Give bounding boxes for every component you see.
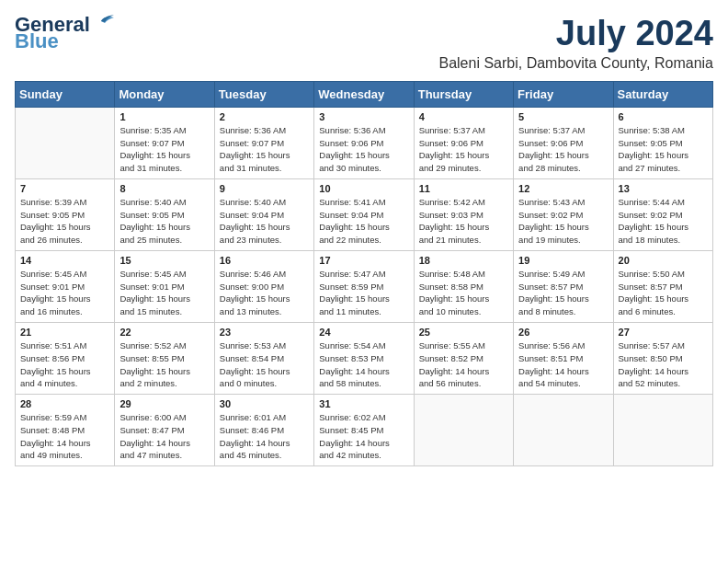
day-number: 12	[518, 183, 608, 194]
day-number: 20	[619, 255, 708, 266]
day-number: 2	[220, 111, 309, 122]
day-number: 10	[319, 183, 408, 194]
day-info: Sunrise: 5:41 AM Sunset: 9:04 PM Dayligh…	[319, 196, 408, 247]
weekday-header-friday: Friday	[514, 81, 613, 107]
weekday-header-saturday: Saturday	[613, 81, 712, 107]
calendar-cell: 18Sunrise: 5:48 AM Sunset: 8:58 PM Dayli…	[414, 250, 513, 322]
calendar-cell	[613, 395, 712, 466]
day-number: 18	[419, 255, 508, 266]
calendar-cell: 28Sunrise: 5:59 AM Sunset: 8:48 PM Dayli…	[16, 395, 115, 466]
logo: General Blue	[15, 15, 116, 52]
calendar-header-row: SundayMondayTuesdayWednesdayThursdayFrid…	[16, 81, 713, 107]
calendar-cell: 24Sunrise: 5:54 AM Sunset: 8:53 PM Dayli…	[314, 322, 414, 394]
day-number: 13	[619, 183, 708, 194]
location-subtitle: Baleni Sarbi, Dambovita County, Romania	[438, 55, 713, 72]
calendar-cell: 25Sunrise: 5:55 AM Sunset: 8:52 PM Dayli…	[414, 322, 513, 394]
calendar-cell: 23Sunrise: 5:53 AM Sunset: 8:54 PM Dayli…	[214, 322, 313, 394]
day-info: Sunrise: 5:48 AM Sunset: 8:58 PM Dayligh…	[419, 268, 508, 318]
calendar-cell: 27Sunrise: 5:57 AM Sunset: 8:50 PM Dayli…	[613, 322, 712, 394]
day-number: 22	[119, 327, 209, 338]
calendar-cell: 9Sunrise: 5:40 AM Sunset: 9:04 PM Daylig…	[214, 178, 313, 250]
day-number: 7	[20, 183, 109, 194]
calendar-cell: 20Sunrise: 5:50 AM Sunset: 8:57 PM Dayli…	[613, 250, 712, 322]
calendar-cell	[514, 395, 613, 466]
day-info: Sunrise: 5:36 AM Sunset: 9:07 PM Dayligh…	[220, 124, 309, 175]
day-number: 26	[518, 327, 608, 338]
calendar-cell: 13Sunrise: 5:44 AM Sunset: 9:02 PM Dayli…	[613, 178, 712, 250]
calendar-cell: 16Sunrise: 5:46 AM Sunset: 9:00 PM Dayli…	[214, 250, 313, 322]
day-number: 8	[119, 183, 209, 194]
day-number: 29	[119, 398, 209, 409]
day-info: Sunrise: 5:37 AM Sunset: 9:06 PM Dayligh…	[518, 124, 608, 175]
day-info: Sunrise: 5:40 AM Sunset: 9:04 PM Dayligh…	[220, 196, 309, 247]
day-number: 15	[119, 255, 209, 266]
calendar-cell: 6Sunrise: 5:38 AM Sunset: 9:05 PM Daylig…	[613, 107, 712, 178]
day-info: Sunrise: 5:43 AM Sunset: 9:02 PM Dayligh…	[518, 196, 608, 247]
day-number: 16	[220, 255, 309, 266]
day-number: 17	[319, 255, 408, 266]
page-header: General Blue July 2024 Baleni Sarbi, Dam…	[15, 15, 713, 72]
day-info: Sunrise: 5:42 AM Sunset: 9:03 PM Dayligh…	[419, 196, 508, 247]
calendar-cell: 2Sunrise: 5:36 AM Sunset: 9:07 PM Daylig…	[214, 107, 313, 178]
day-number: 14	[20, 255, 109, 266]
calendar-cell: 4Sunrise: 5:37 AM Sunset: 9:06 PM Daylig…	[414, 107, 513, 178]
month-year-title: July 2024	[438, 15, 713, 53]
calendar-cell: 30Sunrise: 6:01 AM Sunset: 8:46 PM Dayli…	[214, 395, 313, 466]
day-info: Sunrise: 5:56 AM Sunset: 8:51 PM Dayligh…	[518, 339, 608, 390]
day-number: 27	[619, 327, 708, 338]
day-info: Sunrise: 6:02 AM Sunset: 8:45 PM Dayligh…	[319, 411, 408, 462]
calendar-cell	[16, 107, 115, 178]
calendar-week-row: 21Sunrise: 5:51 AM Sunset: 8:56 PM Dayli…	[16, 322, 713, 394]
day-info: Sunrise: 5:50 AM Sunset: 8:57 PM Dayligh…	[619, 268, 708, 318]
day-info: Sunrise: 5:52 AM Sunset: 8:55 PM Dayligh…	[119, 339, 209, 390]
day-info: Sunrise: 5:39 AM Sunset: 9:05 PM Dayligh…	[20, 196, 109, 247]
day-number: 25	[419, 327, 508, 338]
calendar-week-row: 1Sunrise: 5:35 AM Sunset: 9:07 PM Daylig…	[16, 107, 713, 178]
calendar-cell: 5Sunrise: 5:37 AM Sunset: 9:06 PM Daylig…	[514, 107, 613, 178]
day-number: 24	[319, 327, 408, 338]
day-info: Sunrise: 5:40 AM Sunset: 9:05 PM Dayligh…	[119, 196, 209, 247]
day-number: 23	[220, 327, 309, 338]
day-number: 5	[518, 111, 608, 122]
day-info: Sunrise: 5:47 AM Sunset: 8:59 PM Dayligh…	[319, 268, 408, 318]
day-number: 19	[518, 255, 608, 266]
day-info: Sunrise: 6:01 AM Sunset: 8:46 PM Dayligh…	[220, 411, 309, 462]
weekday-header-wednesday: Wednesday	[314, 81, 414, 107]
calendar-cell: 14Sunrise: 5:45 AM Sunset: 9:01 PM Dayli…	[16, 250, 115, 322]
calendar-cell: 21Sunrise: 5:51 AM Sunset: 8:56 PM Dayli…	[16, 322, 115, 394]
calendar-cell: 31Sunrise: 6:02 AM Sunset: 8:45 PM Dayli…	[314, 395, 414, 466]
day-number: 6	[619, 111, 708, 122]
calendar-cell: 29Sunrise: 6:00 AM Sunset: 8:47 PM Dayli…	[115, 395, 214, 466]
day-info: Sunrise: 5:46 AM Sunset: 9:00 PM Dayligh…	[220, 268, 309, 318]
day-info: Sunrise: 5:49 AM Sunset: 8:57 PM Dayligh…	[518, 268, 608, 318]
calendar-cell: 26Sunrise: 5:56 AM Sunset: 8:51 PM Dayli…	[514, 322, 613, 394]
day-number: 30	[220, 398, 309, 409]
calendar-week-row: 28Sunrise: 5:59 AM Sunset: 8:48 PM Dayli…	[16, 395, 713, 466]
day-number: 21	[20, 327, 109, 338]
day-number: 31	[319, 398, 408, 409]
logo-bird-icon	[86, 14, 116, 36]
day-number: 28	[20, 398, 109, 409]
day-info: Sunrise: 5:37 AM Sunset: 9:06 PM Dayligh…	[419, 124, 508, 175]
calendar-week-row: 7Sunrise: 5:39 AM Sunset: 9:05 PM Daylig…	[16, 178, 713, 250]
calendar-cell	[414, 395, 513, 466]
calendar-table: SundayMondayTuesdayWednesdayThursdayFrid…	[15, 81, 713, 466]
calendar-cell: 10Sunrise: 5:41 AM Sunset: 9:04 PM Dayli…	[314, 178, 414, 250]
day-info: Sunrise: 5:59 AM Sunset: 8:48 PM Dayligh…	[20, 411, 109, 462]
day-info: Sunrise: 5:38 AM Sunset: 9:05 PM Dayligh…	[619, 124, 708, 175]
calendar-cell: 17Sunrise: 5:47 AM Sunset: 8:59 PM Dayli…	[314, 250, 414, 322]
day-info: Sunrise: 5:36 AM Sunset: 9:06 PM Dayligh…	[319, 124, 408, 175]
day-info: Sunrise: 5:44 AM Sunset: 9:02 PM Dayligh…	[619, 196, 708, 247]
calendar-cell: 22Sunrise: 5:52 AM Sunset: 8:55 PM Dayli…	[115, 322, 214, 394]
weekday-header-tuesday: Tuesday	[214, 81, 313, 107]
day-info: Sunrise: 6:00 AM Sunset: 8:47 PM Dayligh…	[119, 411, 209, 462]
day-info: Sunrise: 5:51 AM Sunset: 8:56 PM Dayligh…	[20, 339, 109, 390]
weekday-header-sunday: Sunday	[16, 81, 115, 107]
day-info: Sunrise: 5:45 AM Sunset: 9:01 PM Dayligh…	[119, 268, 209, 318]
day-info: Sunrise: 5:45 AM Sunset: 9:01 PM Dayligh…	[20, 268, 109, 318]
calendar-cell: 12Sunrise: 5:43 AM Sunset: 9:02 PM Dayli…	[514, 178, 613, 250]
calendar-cell: 8Sunrise: 5:40 AM Sunset: 9:05 PM Daylig…	[115, 178, 214, 250]
day-number: 3	[319, 111, 408, 122]
day-number: 9	[220, 183, 309, 194]
day-info: Sunrise: 5:53 AM Sunset: 8:54 PM Dayligh…	[220, 339, 309, 390]
